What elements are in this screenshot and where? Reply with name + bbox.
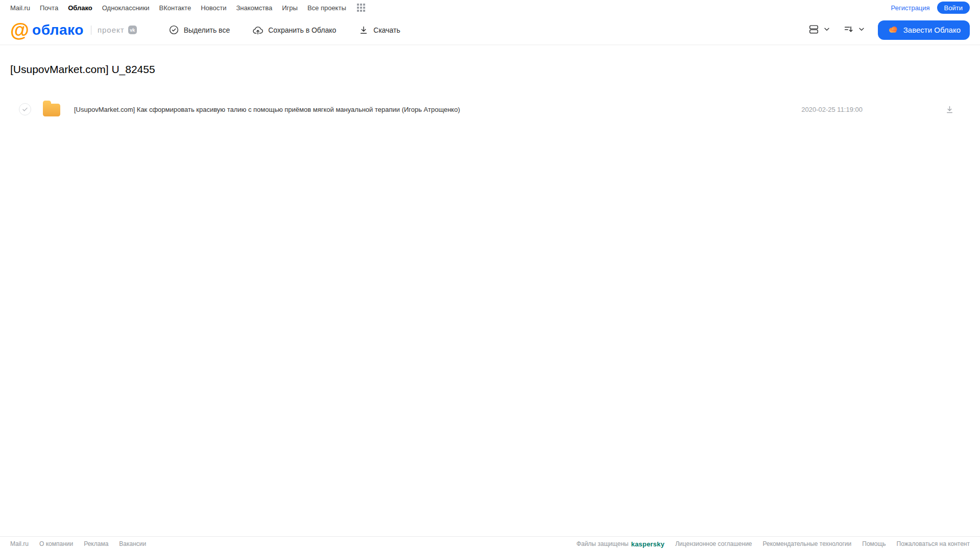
cloud-logo[interactable]: @ облако проект vk [10,20,137,40]
sort-icon [843,23,854,37]
header: @ облако проект vk Выделить все Сохранит… [0,15,980,45]
row-download-icon[interactable] [945,105,954,114]
protected-label: Файлы защищены [577,540,629,547]
chevron-down-icon [857,25,866,35]
apps-grid-icon[interactable] [357,4,365,12]
select-all-label: Выделить все [184,26,230,34]
portal-link-oblako[interactable]: Облако [68,4,92,12]
logo-divider [91,26,91,35]
portal-link-znakomstva[interactable]: Знакомства [236,4,272,12]
chevron-down-icon [823,25,831,35]
folder-icon[interactable] [42,100,61,119]
login-button[interactable]: Войти [937,2,970,14]
select-all-button[interactable]: Выделить все [169,25,230,35]
download-button[interactable]: Скачать [358,25,400,35]
vk-badge-icon: vk [128,26,137,34]
footer-link-jobs[interactable]: Вакансии [119,540,146,547]
logo-text: облако [32,22,84,38]
cloud-icon [887,23,899,37]
main-content: [UsupovMarket.com] U_82455 [UsupovMarket… [0,63,980,121]
footer-link-report[interactable]: Пожаловаться на контент [897,540,970,547]
portal-link-all-projects[interactable]: Все проекты [307,4,346,12]
toolbar: Выделить все Сохранить в Облако Скачать [169,25,400,36]
view-mode-dropdown[interactable] [808,23,831,37]
file-row[interactable]: [UsupovMarket.com] Как сформировать крас… [10,98,970,121]
footer-link-ads[interactable]: Реклама [84,540,108,547]
footer-link-license[interactable]: Лицензионное соглашение [675,540,752,547]
footer-link-help[interactable]: Помощь [862,540,886,547]
save-to-cloud-label: Сохранить в Облако [268,26,336,34]
kaspersky-protection: Файлы защищены kaspersky [577,540,664,548]
file-name-link[interactable]: [UsupovMarket.com] Как сформировать крас… [74,106,460,113]
portal-topbar: Mail.ru Почта Облако Одноклассники ВКонт… [0,0,980,15]
cloud-upload-icon [252,25,264,36]
get-cloud-label: Завести Облако [903,26,961,34]
footer-link-mailru[interactable]: Mail.ru [10,540,29,547]
check-circle-icon [169,25,179,35]
portal-nav: Mail.ru Почта Облако Одноклассники ВКонт… [10,4,365,12]
portal-link-igry[interactable]: Игры [282,4,298,12]
project-label: проект [98,26,125,34]
portal-link-vkontakte[interactable]: ВКонтакте [159,4,192,12]
save-to-cloud-button[interactable]: Сохранить в Облако [252,25,336,36]
portal-link-pochta[interactable]: Почта [40,4,58,12]
portal-link-mailru[interactable]: Mail.ru [10,4,30,12]
page-title: [UsupovMarket.com] U_82455 [10,63,970,76]
footer: Mail.ru О компании Реклама Вакансии Файл… [0,536,980,551]
mailru-at-icon: @ [10,20,29,40]
registration-link[interactable]: Регистрация [891,4,930,12]
row-checkbox[interactable] [19,103,31,115]
file-date: 2020-02-25 11:19:00 [801,106,863,113]
portal-link-odnoklassniki[interactable]: Одноклассники [102,4,150,12]
view-toggle-icon [808,23,820,37]
kaspersky-logo[interactable]: kaspersky [631,540,664,548]
portal-link-novosti[interactable]: Новости [201,4,226,12]
footer-link-about[interactable]: О компании [39,540,73,547]
download-icon [358,25,369,35]
header-right-controls: Завести Облако [808,20,970,40]
footer-link-recommendations[interactable]: Рекомендательные технологии [763,540,852,547]
sort-dropdown[interactable] [843,23,866,37]
get-cloud-button[interactable]: Завести Облако [878,20,970,40]
download-label: Скачать [373,26,400,34]
